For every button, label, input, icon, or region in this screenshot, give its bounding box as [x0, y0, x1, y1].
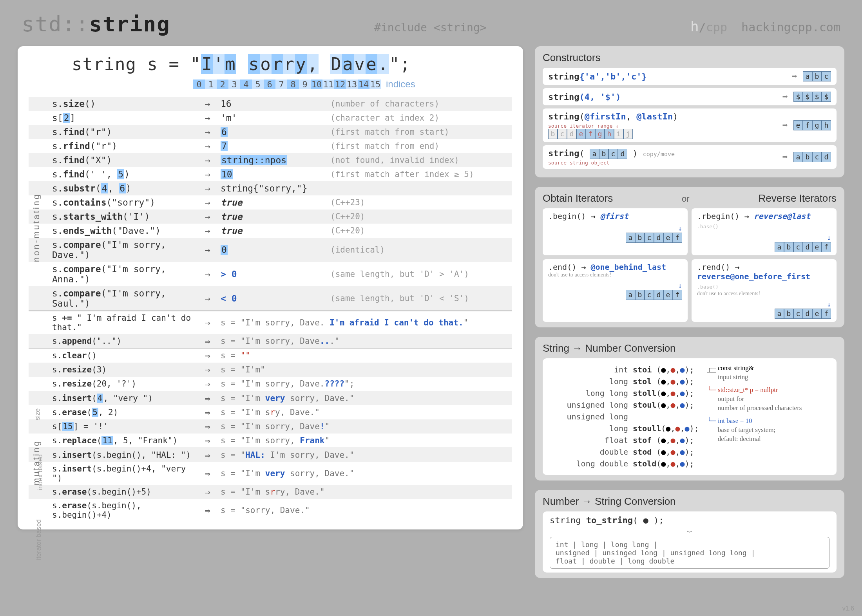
op-result: 16	[217, 97, 326, 111]
right-column: Constructors string{'a','b','c'}➡abcstri…	[535, 46, 844, 578]
index-cell: 3	[228, 79, 240, 89]
iterators-or: or	[682, 194, 690, 204]
conversion-fn-row: int stoi (●,●,●);	[550, 364, 699, 376]
op-result: s = "I'm sorry, Frank"	[217, 434, 512, 448]
arrow-icon: →	[201, 286, 217, 311]
op-expr: s.erase(s.begin(), s.begin()+4)	[29, 499, 201, 522]
op-expr: s.insert(s.begin()+4, "very ")	[29, 462, 201, 485]
op-expr: s.substr(4, 6)	[29, 181, 201, 195]
op-expr: s.ends_with("Dave.")	[29, 224, 201, 238]
arrow-icon: →	[201, 139, 217, 153]
mutating-op-row: s.replace(11, 5, "Frank")⇒s = "I'm sorry…	[29, 434, 512, 448]
op-expr: s.insert(s.begin(), "HAL: ")	[29, 448, 201, 462]
op-comment: (C++20)	[326, 210, 512, 224]
title-name: string	[89, 12, 170, 36]
num-to-str-card: Number → String Conversion string to_str…	[535, 490, 844, 578]
index-cell: 12	[334, 79, 346, 89]
constructor-row: string(4, '$')➡$$$$	[543, 88, 837, 105]
op-result: 10	[217, 167, 326, 181]
decl-prefix: string s =	[72, 54, 190, 74]
op-row: s.rfind("r")→7(first match from end)	[29, 139, 512, 153]
mutating-op-row: s.append("..")⇒s = "I'm sorry, Dave..."	[29, 334, 512, 349]
op-comment: (character at index 2)	[326, 111, 512, 125]
op-result: s = "I'm very sorry, Dave."	[217, 391, 512, 406]
op-result: s = "I'm very sorry, Dave."	[217, 462, 512, 485]
main-card: string s = "I'm sorry, Dave."; 012345678…	[18, 46, 523, 529]
op-result: true	[217, 195, 326, 210]
arrow-icon: →	[201, 262, 217, 286]
operations-table: s.size()→16(number of characters)s[2]→'m…	[29, 97, 512, 522]
arrow-icon: ⇒	[201, 462, 217, 485]
op-expr: s.clear()	[29, 349, 201, 363]
ann-base-sys: base of target system;	[707, 426, 829, 435]
num-to-str-body: string to_string( ● ); ⏟ int | long | lo…	[543, 511, 837, 573]
op-comment: (number of characters)	[326, 97, 512, 111]
result-boxes: abc	[803, 71, 831, 81]
index-cell: 13	[346, 79, 358, 89]
arrow-icon: →	[201, 238, 217, 262]
decl-char-boxes: I'm sorry, Dave.	[201, 54, 389, 74]
op-result: 'm'	[217, 111, 326, 125]
conversion-fn-row: unsigned long stoul(●,●,●);	[550, 399, 699, 411]
ctor-expr: string{'a','b','c'}	[548, 72, 786, 81]
iterators-grid: .begin() → @first ↓abcdef.rbegin() → rev…	[543, 208, 837, 322]
iterator-cell: .end() → @one_behind_last don't use to a…	[543, 259, 688, 322]
arrow-icon: ➡	[792, 71, 797, 82]
op-row: s[2]→'m'(character at index 2)	[29, 111, 512, 125]
op-comment	[326, 181, 512, 195]
arrow-icon: ⇒	[201, 499, 217, 522]
op-row: s.starts_with('I')→true(C++20)	[29, 210, 512, 224]
iterators-card: Obtain Iterators or Reverse Iterators .b…	[535, 187, 844, 327]
index-cell: 14	[358, 79, 369, 89]
op-expr: s[15] = '!'	[29, 419, 201, 434]
op-expr: s.starts_with('I')	[29, 210, 201, 224]
mutating-op-row: s.clear()⇒s = ""	[29, 349, 512, 363]
iterator-cell: .begin() → @first ↓abcdef	[543, 208, 688, 255]
op-result: s = "I'm srry, Dave."	[217, 485, 512, 499]
indices-label: indices	[386, 79, 415, 89]
arrow-icon: →	[201, 97, 217, 111]
op-comment: (C++20)	[326, 224, 512, 238]
arrow-icon: →	[201, 181, 217, 195]
op-result: string{"sorry,"}	[217, 181, 326, 195]
op-result: 6	[217, 125, 326, 139]
arrow-icon: →	[201, 195, 217, 210]
logo-cpp: cpp	[706, 20, 727, 34]
op-row: s.ends_with("Dave.")→true(C++20)	[29, 224, 512, 238]
result-boxes: abcd	[793, 152, 831, 162]
op-expr: s.compare("I'm sorry, Saul.")	[29, 286, 201, 311]
include-directive: #include <string>	[374, 21, 487, 34]
op-row: s.substr(4, 6)→string{"sorry,"}	[29, 181, 512, 195]
op-result: s = "I'm sorry, Dave..."	[217, 334, 512, 349]
decl-char: .	[377, 54, 389, 74]
decl-char: D	[330, 54, 342, 74]
ann-int-base: └─ int base = 10	[707, 417, 829, 426]
mutating-op-row: s.resize(3)⇒s = "I'm"	[29, 363, 512, 377]
logo-slash: /	[699, 20, 706, 34]
constructors-card: Constructors string{'a','b','c'}➡abcstri…	[535, 46, 844, 177]
str-to-num-title: String → Number Conversion	[543, 342, 837, 354]
op-expr: s.erase(5, 2)	[29, 405, 201, 419]
op-comment: (first match from start)	[326, 125, 512, 139]
index-cell: 0	[193, 79, 205, 89]
str-to-num-card: String → Number Conversion int stoi (●,●…	[535, 337, 844, 481]
op-result: 7	[217, 139, 326, 153]
page-header: std::string #include <string> h/cpp hack…	[18, 12, 844, 36]
str-to-num-body: int stoi (●,●,●);long stol (●,●,●);long …	[543, 358, 837, 475]
ctor-expr: string(4, '$')	[548, 92, 777, 102]
op-comment: (C++23)	[326, 195, 512, 210]
op-expr: s.find(' ', 5)	[29, 167, 201, 181]
index-cell: 11	[322, 79, 334, 89]
conversion-fn-row: double stod (●,●,●);	[550, 446, 699, 458]
index-cell: 9	[299, 79, 311, 89]
arrow-icon: ⇒	[201, 377, 217, 391]
op-expr: s.erase(s.begin()+5)	[29, 485, 201, 499]
op-result: true	[217, 224, 326, 238]
arrow-icon: →	[201, 210, 217, 224]
left-column: string s = "I'm sorry, Dave."; 012345678…	[18, 46, 523, 578]
site-url: hackingcpp.com	[741, 20, 840, 34]
op-expr: s.replace(11, 5, "Frank")	[29, 434, 201, 448]
op-result: s = "sorry, Dave."	[217, 499, 512, 522]
op-comment: (not found, invalid index)	[326, 153, 512, 167]
arrow-icon: ⇒	[201, 349, 217, 363]
